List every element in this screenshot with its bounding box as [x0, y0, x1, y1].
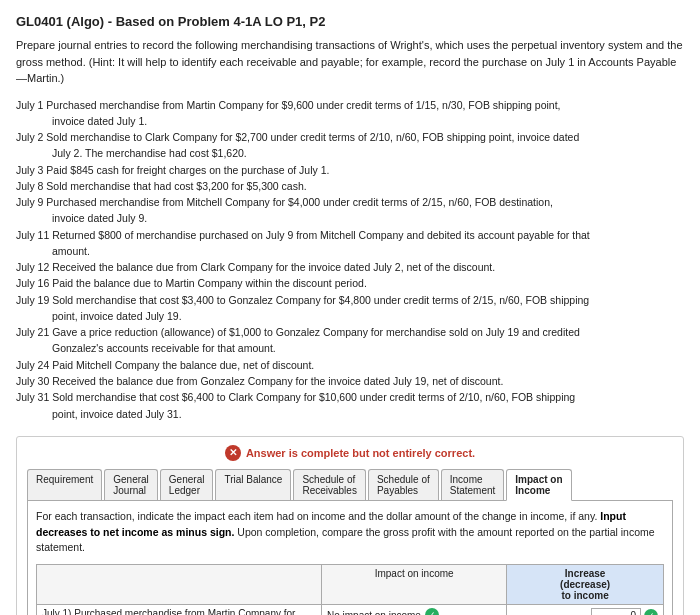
- row1-impact: No impact on income ✓: [327, 608, 501, 615]
- intro-text: Prepare journal entries to record the fo…: [16, 37, 684, 87]
- tx-july12-text: Received the balance due from Clark Comp…: [52, 261, 495, 273]
- tx-july3-text: Paid $845 cash for freight charges on th…: [46, 164, 329, 176]
- tx-july9-text: Purchased merchandise from Mitchell Comp…: [46, 196, 553, 208]
- tx-july16-text: Paid the balance due to Martin Company w…: [52, 277, 367, 289]
- row1-impact-cell: No impact on income ✓: [322, 605, 507, 615]
- tx-july31-text: Sold merchandise that cost $6,400 to Cla…: [52, 391, 575, 403]
- answer-header-text: Answer is complete but not entirely corr…: [246, 447, 475, 459]
- tx-july8-date: July 8: [16, 180, 46, 192]
- tx-july1-cont: invoice dated July 1.: [52, 115, 147, 127]
- tx-july2-date: July 2: [16, 131, 46, 143]
- tx-july9-cont: invoice dated July 9.: [52, 212, 147, 224]
- tx-july8-text: Sold merchandise that had cost $3,200 fo…: [46, 180, 306, 192]
- tx-july21-cont: Gonzalez's accounts receivable for that …: [52, 342, 276, 354]
- page-title: GL0401 (Algo) - Based on Problem 4-1A LO…: [16, 14, 684, 29]
- row1-amount-check-icon: ✓: [644, 609, 658, 615]
- tx-july12-date: July 12: [16, 261, 52, 273]
- tx-july16-date: July 16: [16, 277, 52, 289]
- instruction-text: For each transaction, indicate the impac…: [36, 509, 664, 556]
- tx-july30-text: Received the balance due from Gonzalez C…: [52, 375, 503, 387]
- row1-impact-text: No impact on income: [327, 610, 421, 615]
- col3-line3: to income: [562, 590, 609, 601]
- col3-line1: Increase: [565, 568, 606, 579]
- tx-july11-text: Returned $800 of merchandise purchased o…: [52, 229, 590, 241]
- tab-nav: Requirement GeneralJournal GeneralLedger…: [27, 469, 673, 501]
- tx-july19-date: July 19: [16, 294, 52, 306]
- tab-requirement[interactable]: Requirement: [27, 469, 102, 500]
- tab-schedule-receivables[interactable]: Schedule ofReceivables: [293, 469, 365, 500]
- row1-amount-wrapper: 0 ✓: [512, 608, 658, 615]
- tx-july11-cont: amount.: [52, 245, 90, 257]
- answer-box: ✕ Answer is complete but not entirely co…: [16, 436, 684, 615]
- tx-july11-date: July 11: [16, 229, 52, 241]
- instruction-part1: For each transaction, indicate the impac…: [36, 510, 597, 522]
- table-row: July 1) Purchased merchandise from Marti…: [37, 605, 664, 615]
- tx-july19-text: Sold merchandise that cost $3,400 to Gon…: [52, 294, 589, 306]
- tx-july31-date: July 31: [16, 391, 52, 403]
- col-desc-header: [37, 565, 322, 605]
- tx-july21-text: Gave a price reduction (allowance) of $1…: [52, 326, 580, 338]
- tab-schedule-payables[interactable]: Schedule ofPayables: [368, 469, 439, 500]
- impact-table: Impact on income Increase (decrease) to …: [36, 564, 664, 615]
- tx-july3-date: July 3: [16, 164, 46, 176]
- tx-july24-text: Paid Mitchell Company the balance due, n…: [52, 359, 314, 371]
- error-icon: ✕: [225, 445, 241, 461]
- main-content-area: For each transaction, indicate the impac…: [27, 501, 673, 615]
- col-increase-header: Increase (decrease) to income: [507, 565, 664, 605]
- row1-check-icon: ✓: [425, 608, 439, 615]
- tab-general-journal[interactable]: GeneralJournal: [104, 469, 158, 500]
- col3-line2: (decrease): [560, 579, 610, 590]
- tab-income-statement[interactable]: IncomeStatement: [441, 469, 505, 500]
- transactions-list: July 1 Purchased merchandise from Martin…: [16, 97, 684, 422]
- row1-amount-cell: 0 ✓: [507, 605, 664, 615]
- tx-july9-date: July 9: [16, 196, 46, 208]
- tx-july1-text: Purchased merchandise from Martin Compan…: [46, 99, 560, 111]
- tab-general-ledger[interactable]: GeneralLedger: [160, 469, 214, 500]
- tab-impact-income[interactable]: Impact onIncome: [506, 469, 571, 501]
- row1-amount-box[interactable]: 0: [591, 608, 641, 615]
- tx-july21-date: July 21: [16, 326, 52, 338]
- tab-trial-balance[interactable]: Trial Balance: [215, 469, 291, 500]
- row1-desc: July 1) Purchased merchandise from Marti…: [37, 605, 322, 615]
- tx-july19-cont: point, invoice dated July 19.: [52, 310, 182, 322]
- col-impact-header: Impact on income: [322, 565, 507, 605]
- tx-july2-cont: July 2. The merchandise had cost $1,620.: [52, 147, 247, 159]
- tx-july30-date: July 30: [16, 375, 52, 387]
- tx-july2-text: Sold merchandise to Clark Company for $2…: [46, 131, 579, 143]
- tx-july24-date: July 24: [16, 359, 52, 371]
- tx-july1-date: July 1: [16, 99, 46, 111]
- tx-july31-cont: point, invoice dated July 31.: [52, 408, 182, 420]
- answer-header: ✕ Answer is complete but not entirely co…: [27, 445, 673, 461]
